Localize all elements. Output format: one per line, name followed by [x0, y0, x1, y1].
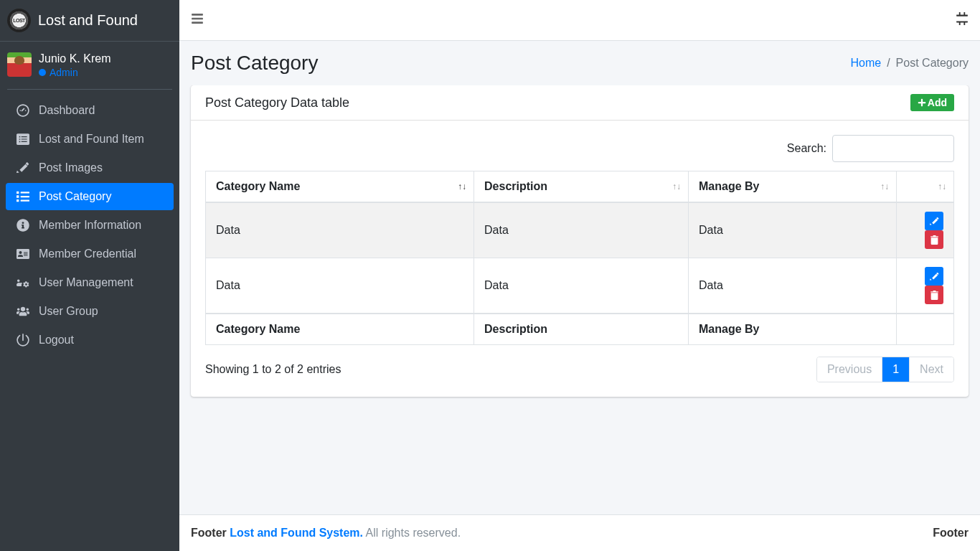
sidebar-item-user-mgmt[interactable]: User Management [6, 269, 174, 296]
sidebar-item-label: Logout [39, 334, 74, 347]
sidebar-item-dashboard[interactable]: Dashboard [6, 97, 174, 124]
pagination: Previous 1 Next [816, 357, 954, 382]
footer-link[interactable]: Lost and Found System. [230, 527, 363, 539]
hamburger-icon[interactable] [191, 12, 204, 28]
sidebar-item-label: Member Credential [39, 248, 136, 260]
footer-right: Footer [933, 527, 969, 540]
users-cog-icon [14, 276, 32, 289]
brand-text: Lost and Found [38, 12, 138, 29]
user-panel: Junio K. Krem Admin [0, 42, 179, 89]
content: Post Category Data table Add Search: Cat… [179, 85, 980, 551]
col-category[interactable]: Category Name↑↓ [206, 171, 474, 203]
table-info: Showing 1 to 2 of 2 entries [205, 363, 341, 376]
info-icon [14, 219, 32, 232]
sidebar-item-label: User Management [39, 276, 133, 289]
sort-icon: ↑↓ [880, 182, 889, 192]
brand[interactable]: LOST Lost and Found [0, 0, 179, 42]
page-title: Post Category [191, 52, 318, 75]
search-label: Search: [787, 142, 826, 155]
table-row: Data Data Data [206, 202, 954, 258]
sort-icon: ↑↓ [458, 182, 466, 192]
table-row: Data Data Data [206, 258, 954, 314]
table-footer: Showing 1 to 2 of 2 entries Previous 1 N… [205, 357, 954, 382]
edit-button[interactable] [925, 267, 943, 286]
page-prev[interactable]: Previous [817, 357, 882, 382]
card-body: Search: Category Name↑↓ Description↑↓ Ma… [191, 121, 969, 397]
breadcrumb-home[interactable]: Home [850, 57, 881, 70]
sidebar-item-label: Member Information [39, 219, 141, 232]
page-next[interactable]: Next [910, 357, 953, 382]
col-actions: ↑↓ [897, 171, 954, 203]
status-dot-icon [39, 69, 46, 76]
foot-category: Category Name [206, 314, 474, 345]
col-manage-by[interactable]: Manage By↑↓ [689, 171, 897, 203]
sidebar-item-member-credential[interactable]: Member Credential [6, 240, 174, 268]
list-icon [14, 190, 32, 203]
sidebar-item-member-info[interactable]: Member Information [6, 212, 174, 239]
topbar [179, 0, 980, 41]
sort-icon: ↑↓ [672, 182, 681, 192]
add-button[interactable]: Add [910, 94, 954, 111]
delete-button[interactable] [925, 286, 943, 304]
breadcrumb: Home / Post Category [850, 57, 969, 70]
sidebar-item-logout[interactable]: Logout [6, 326, 174, 354]
footer: Footer Lost and Found System. All rights… [179, 514, 980, 551]
sidebar: LOST Lost and Found Junio K. Krem Admin … [0, 0, 179, 551]
sort-icon: ↑↓ [938, 182, 946, 192]
card-header: Post Category Data table Add [191, 85, 969, 121]
edit-button[interactable] [925, 212, 943, 230]
search-row: Search: [205, 135, 954, 162]
plus-icon [918, 98, 926, 107]
list-alt-icon [14, 133, 32, 146]
main: Post Category Home / Post Category Post … [179, 0, 980, 551]
foot-description: Description [474, 314, 689, 345]
id-card-icon [14, 248, 32, 260]
sidebar-item-post-images[interactable]: Post Images [6, 154, 174, 182]
footer-left: Footer Lost and Found System. All rights… [191, 527, 461, 540]
edit-icon [14, 161, 32, 174]
page-1[interactable]: 1 [882, 357, 910, 382]
breadcrumb-sep: / [887, 57, 890, 70]
dashboard-icon [14, 104, 32, 117]
sidebar-item-label: User Group [39, 305, 98, 318]
data-table: Category Name↑↓ Description↑↓ Manage By↑… [205, 171, 954, 345]
foot-manage-by: Manage By [689, 314, 897, 345]
breadcrumb-current: Post Category [896, 57, 969, 70]
user-name[interactable]: Junio K. Krem [39, 52, 110, 65]
sidebar-item-label: Post Category [39, 190, 111, 203]
user-role: Admin [39, 67, 110, 78]
avatar[interactable] [7, 52, 32, 77]
power-icon [14, 334, 32, 347]
sidebar-item-lost-found[interactable]: Lost and Found Item [6, 126, 174, 153]
users-icon [14, 305, 32, 318]
divider [7, 89, 172, 90]
col-description[interactable]: Description↑↓ [474, 171, 689, 203]
fullscreen-icon[interactable] [956, 12, 969, 28]
sidebar-item-user-group[interactable]: User Group [6, 298, 174, 325]
data-card: Post Category Data table Add Search: Cat… [191, 85, 969, 397]
card-title: Post Category Data table [205, 95, 349, 110]
content-header: Post Category Home / Post Category [179, 41, 980, 85]
foot-actions [897, 314, 954, 345]
sidebar-nav: Dashboard Lost and Found Item Post Image… [0, 97, 179, 354]
sidebar-item-label: Dashboard [39, 104, 95, 117]
sidebar-item-label: Post Images [39, 161, 103, 174]
brand-logo-icon: LOST [7, 9, 31, 32]
sidebar-item-label: Lost and Found Item [39, 133, 144, 146]
sidebar-item-post-category[interactable]: Post Category [6, 183, 174, 210]
delete-button[interactable] [925, 230, 943, 249]
search-input[interactable] [832, 135, 954, 162]
